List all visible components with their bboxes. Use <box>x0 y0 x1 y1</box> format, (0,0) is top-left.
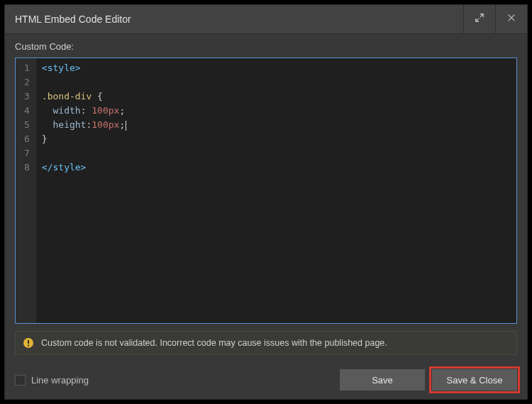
code-line[interactable] <box>42 75 511 89</box>
line-gutter: 12345678 <box>16 58 36 323</box>
line-number: 8 <box>24 160 30 175</box>
close-button[interactable] <box>495 5 527 33</box>
line-number: 6 <box>24 132 30 146</box>
warning-bar: Custom code is not validated. Incorrect … <box>15 331 517 355</box>
code-line[interactable]: .bond-div { <box>42 89 511 104</box>
code-line[interactable]: height:100px; <box>42 118 511 132</box>
save-button[interactable]: Save <box>340 369 425 391</box>
dialog-title: HTML Embed Code Editor <box>5 13 463 25</box>
line-number: 5 <box>24 118 30 132</box>
custom-code-label: Custom Code: <box>5 34 527 58</box>
checkbox-box <box>15 375 26 386</box>
line-number: 3 <box>24 89 30 104</box>
text-caret <box>126 121 126 131</box>
code-area[interactable]: <style>.bond-div { width: 100px; height:… <box>36 58 516 323</box>
code-line[interactable]: width: 100px; <box>42 104 511 118</box>
line-number: 1 <box>24 61 30 75</box>
code-line[interactable]: </style> <box>42 160 511 175</box>
expand-button[interactable] <box>463 5 495 33</box>
code-line[interactable]: } <box>42 132 511 146</box>
line-number: 2 <box>24 75 30 89</box>
close-icon <box>506 13 516 26</box>
line-wrapping-label: Line wrapping <box>31 375 89 386</box>
dialog: HTML Embed Code Editor Custom Code: 1234… <box>4 4 528 400</box>
dialog-footer: Line wrapping Save Save & Close <box>5 362 527 399</box>
code-line[interactable]: <style> <box>42 61 511 75</box>
warning-icon <box>23 337 34 349</box>
line-number: 4 <box>24 104 30 118</box>
titlebar: HTML Embed Code Editor <box>5 5 527 34</box>
svg-rect-2 <box>28 345 29 346</box>
expand-icon <box>475 13 484 26</box>
code-editor[interactable]: 12345678 <style>.bond-div { width: 100px… <box>15 58 517 324</box>
svg-rect-1 <box>28 340 29 344</box>
warning-text: Custom code is not validated. Incorrect … <box>41 338 387 348</box>
code-line[interactable] <box>42 146 511 160</box>
line-number: 7 <box>24 146 30 160</box>
line-wrapping-checkbox[interactable]: Line wrapping <box>15 375 89 386</box>
save-and-close-button[interactable]: Save & Close <box>432 369 517 391</box>
